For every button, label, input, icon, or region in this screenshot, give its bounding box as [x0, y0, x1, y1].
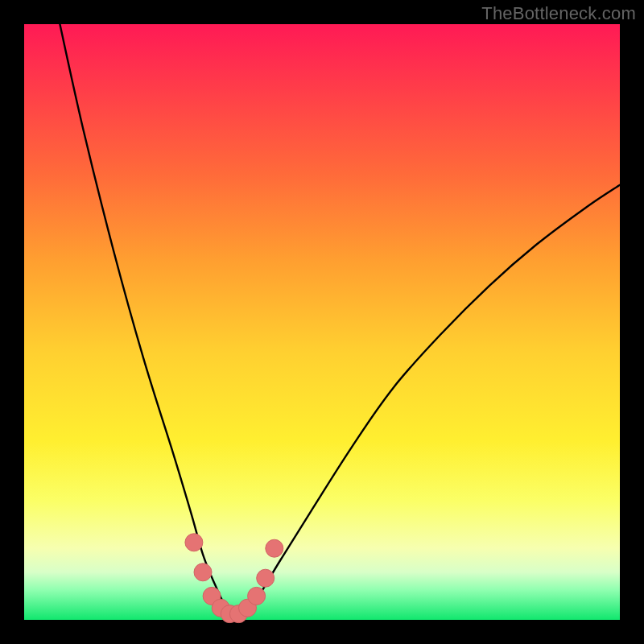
watermark-text: TheBottleneck.com [481, 3, 636, 24]
marker-dot [248, 587, 266, 605]
marker-dot [257, 569, 275, 587]
marker-dot [194, 564, 212, 581]
plot-area [24, 24, 620, 620]
marker-dot [266, 539, 283, 557]
marker-dot [185, 534, 203, 551]
chart-frame: TheBottleneck.com [0, 0, 644, 644]
curve-layer [24, 24, 620, 620]
bottleneck-curve [60, 24, 620, 614]
marker-group [185, 534, 283, 623]
